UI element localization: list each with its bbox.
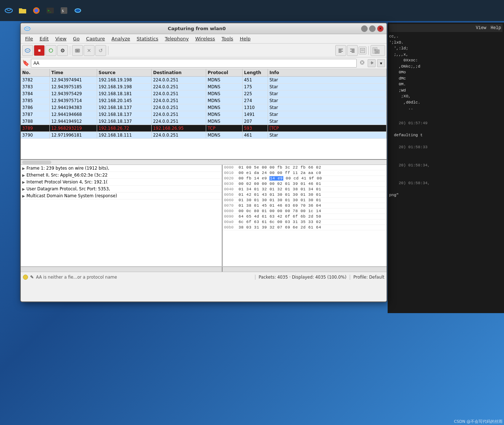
menu-telephony[interactable]: Telephony (162, 35, 192, 42)
align-right-button[interactable] (347, 45, 358, 56)
page-button[interactable] (359, 46, 367, 54)
align-right-icon (349, 48, 355, 53)
details-hscroll[interactable] (21, 267, 223, 272)
cell-src: 192.168.18.111 (97, 132, 152, 138)
detail-row-ethernet[interactable]: ▶ Ethernet II, Src: Apple_66:02:3e (3c:2… (21, 172, 222, 179)
filter-clear-button[interactable] (358, 59, 366, 67)
cell-time: 12.971996181 (50, 132, 97, 138)
menu-analyze[interactable]: Analyze (109, 35, 133, 42)
separator-1 (70, 46, 70, 55)
taskbar-icon-wireshark2[interactable] (72, 5, 84, 16)
menu-wireless[interactable]: Wireless (192, 35, 218, 42)
taskbar-icon-wireshark[interactable] (3, 5, 15, 16)
packet-row[interactable]: 3786 12.944194383 192.168.18.137 224.0.0… (21, 104, 387, 111)
hex-bytes: 01 38 01 45 01 46 03 69 70 36 04 (239, 203, 385, 208)
detail-row-mdns[interactable]: ▶ Multicast Domain Name System (response… (21, 193, 222, 199)
packet-row[interactable]: 3784 12.943975429 192.168.18.181 224.0.0… (21, 90, 387, 97)
filter-apply-button[interactable] (368, 59, 376, 67)
cell-proto: MDNS (206, 84, 243, 90)
minimize-button[interactable] (361, 25, 368, 32)
separator-3 (368, 46, 369, 55)
filter-dropdown-button[interactable]: ▼ (377, 59, 385, 67)
dual-hscroll[interactable] (21, 267, 387, 272)
menu-file[interactable]: File (22, 35, 36, 42)
hex-row: 0030 00 02 00 00 00 02 01 39 01 46 01 (223, 181, 387, 187)
menu-go[interactable]: Go (70, 35, 83, 42)
cell-src: 192.168.18.137 (97, 104, 152, 111)
cell-info: Star (268, 90, 387, 97)
arrow-icon: ▶ (22, 187, 25, 191)
menu-capture[interactable]: Capture (83, 35, 108, 42)
cell-len: 593 (243, 125, 268, 131)
page-icon (360, 48, 365, 53)
packet-row-selected[interactable]: 3789 12.968293219 192.168.26.72 192.168.… (21, 125, 387, 132)
cell-src: 192.168.18.137 (97, 118, 152, 125)
cell-len: 225 (243, 90, 268, 97)
bottom-panel: ▶ Frame 1: 239 bytes on wire (1912 bits)… (21, 165, 387, 267)
cell-info: Star (268, 132, 387, 138)
detail-text-mdns: Multicast Domain Name System (response) (27, 193, 117, 198)
detail-row-udp[interactable]: ▶ User Datagram Protocol, Src Port: 5353… (21, 186, 222, 193)
cell-dst: 224.0.0.251 (152, 97, 206, 104)
menu-view[interactable]: View (52, 35, 69, 42)
packet-row[interactable]: 3783 12.943975185 192.168.19.198 224.0.0… (21, 84, 387, 90)
terminal-menu-help[interactable]: Help (491, 25, 501, 31)
hex-bytes: 00 e1 da 24 00 00 ff 11 2a aa c0 (239, 171, 385, 175)
cell-proto: MDNS (206, 104, 243, 111)
maximize-button[interactable] (369, 25, 376, 32)
detail-row-ip[interactable]: ▶ Internet Protocol Version 4, Src: 192.… (21, 179, 222, 186)
cell-src: 192.168.26.72 (97, 125, 152, 131)
menu-statistics[interactable]: Statistics (134, 35, 161, 42)
hscroll-thumb[interactable] (22, 161, 51, 164)
bookmark-icon[interactable]: 🔖 (22, 60, 29, 66)
shark-button[interactable] (22, 45, 33, 56)
packet-row[interactable]: 3788 12.944194912 192.168.18.137 224.0.0… (21, 118, 387, 125)
cell-no: 3790 (21, 132, 50, 138)
packet-row[interactable]: 3782 12.943974941 192.168.19.198 224.0.0… (21, 77, 387, 84)
cell-src: 192.168.18.137 (97, 111, 152, 118)
taskbar-icon-terminal2[interactable]: $ (58, 5, 70, 16)
terminal-line (389, 112, 503, 114)
status-warning: AA is neither a fie...or a protocol name (36, 275, 252, 280)
packet-details: ▶ Frame 1: 239 bytes on wire (1912 bits)… (21, 165, 223, 266)
align-left-button[interactable] (335, 45, 346, 56)
close-button[interactable]: ✕ (377, 25, 384, 32)
open-file-button[interactable] (72, 45, 83, 56)
packet-row[interactable]: 3787 12.944194668 192.168.18.137 224.0.0… (21, 111, 387, 118)
terminal-line: ,d0dlc. (389, 100, 503, 106)
packet-row[interactable]: 3785 12.943975714 192.168.20.145 224.0.0… (21, 97, 387, 104)
packet-row[interactable]: 3790 12.971996181 192.168.18.111 224.0.0… (21, 132, 387, 139)
menu-tools[interactable]: Tools (219, 35, 236, 42)
detail-row-frame[interactable]: ▶ Frame 1: 239 bytes on wire (1912 bits)… (21, 165, 222, 172)
packet-table-header: No. Time Source Destination Protocol Len… (21, 69, 387, 77)
reload-button[interactable]: ↺ (95, 45, 106, 56)
cell-time: 12.944194912 (50, 118, 97, 125)
terminal-line: ;Wd (389, 88, 503, 94)
taskbar-icon-folder[interactable] (17, 5, 28, 16)
detail-text-udp: User Datagram Protocol, Src Port: 5353, (27, 186, 110, 191)
terminal-menu-view[interactable]: View (476, 25, 486, 31)
menu-edit[interactable]: Edit (37, 35, 52, 42)
hex-row: 00a0 6c 6f 63 61 6c 00 03 31 35 33 02 (223, 219, 387, 225)
restart-button[interactable] (45, 45, 56, 56)
svg-text:$: $ (62, 9, 64, 13)
window-controls: ✕ (361, 25, 384, 32)
svg-point-10 (49, 49, 53, 52)
header-length: Length (243, 69, 268, 76)
packet-list[interactable]: No. Time Source Destination Protocol Len… (21, 69, 387, 160)
packet-list-hscroll[interactable] (21, 160, 387, 165)
titlebar: Capturing from wlan0 ✕ (21, 23, 387, 34)
status-separator: │ (254, 275, 256, 280)
hex-hscroll[interactable] (223, 267, 387, 272)
delete-button[interactable]: ✕ (84, 45, 95, 56)
menu-help[interactable]: Help (237, 35, 253, 42)
taskbar-icon-terminal[interactable]: >_ (44, 5, 56, 16)
stop-button[interactable]: ■ (34, 45, 45, 56)
settings-button[interactable]: ⚙ (57, 45, 68, 56)
taskbar-icon-firefox[interactable] (31, 5, 42, 16)
zoom-button[interactable] (371, 45, 385, 56)
filter-input[interactable] (31, 59, 357, 68)
zoom-icon (372, 47, 383, 54)
shark-icon (24, 47, 31, 54)
cell-dst: 224.0.0.251 (152, 84, 206, 90)
